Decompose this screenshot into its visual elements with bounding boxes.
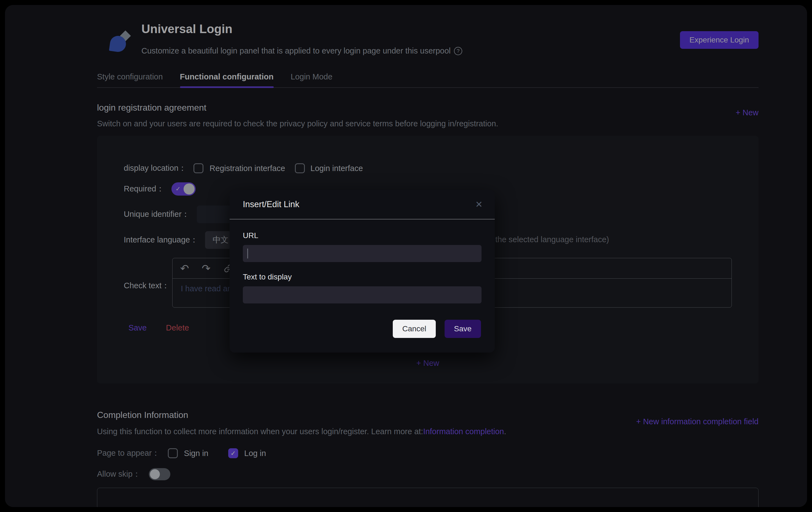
cancel-button[interactable]: Cancel	[393, 320, 436, 338]
insert-edit-link-dialog: Insert/Edit Link ✕ URL Text to display C…	[230, 190, 495, 353]
text-to-display-input[interactable]	[243, 286, 482, 303]
text-to-display-label: Text to display	[243, 273, 292, 281]
url-label: URL	[243, 231, 258, 240]
close-icon[interactable]: ✕	[475, 199, 483, 210]
dialog-title: Insert/Edit Link	[243, 199, 299, 209]
text-cursor	[247, 248, 248, 259]
dialog-save-button[interactable]: Save	[444, 320, 481, 338]
app-window: Universal Login Customize a beautiful lo…	[5, 5, 807, 507]
url-input[interactable]	[243, 245, 482, 262]
dialog-header: Insert/Edit Link ✕	[230, 190, 495, 219]
